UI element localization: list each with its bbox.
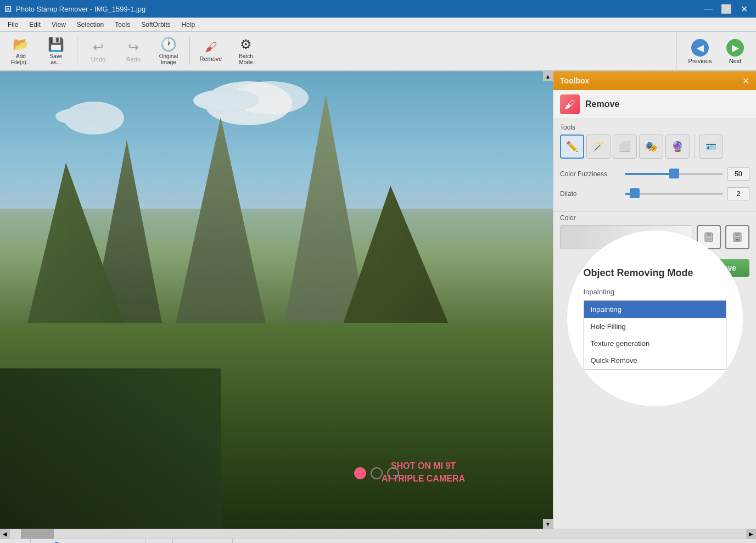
maximize-button[interactable]: ⬜ (719, 1, 734, 16)
circle-empty-1 (371, 467, 383, 479)
magic-wand-tool-button[interactable]: 🪄 (586, 135, 611, 159)
load-icon (732, 232, 743, 243)
menu-softorbits[interactable]: SoftOrbits (136, 19, 176, 30)
save-as-label: Save as... (50, 53, 63, 65)
menu-tools[interactable]: Tools (109, 19, 136, 30)
close-button[interactable]: ✕ (736, 1, 752, 16)
scroll-down-button[interactable]: ▼ (543, 519, 553, 529)
color-fuzziness-fill (625, 173, 674, 175)
title-bar: 🖼 Photo Stamp Remover - IMG_1599-1.jpg —… (0, 0, 756, 18)
remove-icon-big: 🖌 (560, 94, 580, 114)
rect-select-tool-button[interactable]: ⬜ (613, 135, 637, 159)
menu-bar: File Edit View Selection Tools SoftOrbit… (0, 18, 756, 32)
fuzzy-select-tool-button[interactable]: 🎭 (639, 135, 663, 159)
stamp-tool-button[interactable]: 🪪 (699, 135, 723, 159)
dropdown-item-quick-remove[interactable]: Quick Remove (584, 352, 726, 369)
svg-rect-4 (735, 233, 740, 236)
color-fuzziness-track[interactable] (625, 173, 723, 175)
add-files-button[interactable]: 📂 Add File(s)... (4, 34, 37, 68)
menu-file[interactable]: File (2, 19, 24, 30)
scroll-left-button[interactable]: ◀ (0, 529, 10, 539)
batch-mode-icon: ⚙ (240, 37, 252, 52)
toolbox-remove-header: 🖌 Remove (553, 90, 756, 119)
horizontal-scrollbar: ◀ ▶ (0, 529, 756, 539)
svg-rect-2 (707, 238, 711, 240)
original-image-button[interactable]: 🕐 Original Image (152, 34, 185, 68)
previous-arrow-icon: ◀ (691, 39, 709, 57)
batch-mode-button[interactable]: ⚙ Batch Mode (229, 34, 262, 68)
original-image-label: Original Image (159, 53, 178, 65)
save-as-button[interactable]: 💾 Save as... (40, 34, 72, 68)
remove-icon: 🖌 (205, 40, 217, 54)
pointer-tool-button[interactable]: 🔮 (665, 135, 690, 159)
menu-edit[interactable]: Edit (24, 19, 46, 30)
zoom-display: 1:1 🔍 (4, 539, 31, 543)
scroll-track[interactable] (10, 529, 746, 539)
dropdown-item-texture-generation[interactable]: Texture generation (584, 335, 726, 352)
batch-mode-label: Batch Mode (239, 53, 253, 65)
redo-icon: ↪ (128, 40, 139, 55)
load-color-button[interactable] (725, 225, 749, 249)
save-as-icon: 💾 (48, 37, 64, 52)
next-label: Next (729, 58, 742, 64)
tools-section-label: Tools (560, 124, 749, 131)
undo-label: Undo (91, 56, 105, 63)
remove-icon-glyph: 🖌 (564, 98, 575, 111)
undo-button[interactable]: ↩ Undo (82, 34, 115, 68)
toolbar-sep-1 (77, 37, 77, 65)
scroll-right-button[interactable]: ▶ (746, 529, 756, 539)
add-files-icon: 📂 (13, 37, 29, 52)
next-button[interactable]: ▶ Next (719, 35, 752, 69)
format-display: JPG (152, 539, 173, 543)
scroll-thumb[interactable] (21, 529, 54, 539)
toolbox-header: Toolbox ✕ (553, 71, 756, 90)
color-section-label: Color (560, 214, 749, 222)
cloud-2 (55, 108, 99, 125)
toolbox-panel: Toolbox ✕ 🖌 Remove Tools ✏️ 🪄 ⬜ 🎭 🔮 🪪 (553, 71, 756, 529)
add-files-label: Add File(s)... (11, 53, 31, 65)
toolbox-remove-title: Remove (585, 99, 619, 109)
original-image-icon: 🕐 (160, 37, 177, 52)
dilate-label: Dilate (560, 190, 620, 198)
color-fuzziness-thumb[interactable] (669, 169, 679, 178)
color-fuzziness-row: Color Fuzziness 50 (560, 167, 749, 181)
redo-label: Redo (126, 56, 141, 63)
color-fuzziness-value[interactable]: 50 (727, 167, 749, 181)
previous-button[interactable]: ◀ Previous (684, 35, 716, 69)
tools-section: Tools ✏️ 🪄 ⬜ 🎭 🔮 🪪 (553, 119, 756, 163)
dimensions-display: (4032x3024x24) (180, 539, 233, 543)
menu-help[interactable]: Help (176, 19, 201, 30)
dropdown-item-hole-filling[interactable]: Hole Filling (584, 318, 726, 335)
previous-label: Previous (688, 58, 712, 64)
canvas-area[interactable]: SHOT ON MI 9T AI TRIPLE CAMERA ▲ ▼ (0, 71, 553, 529)
save-icon (703, 232, 714, 243)
dilate-track[interactable] (625, 193, 723, 195)
remove-button[interactable]: 🖌 Remove (194, 34, 227, 68)
dilate-row: Dilate 2 (560, 187, 749, 200)
minimize-button[interactable]: — (701, 1, 716, 16)
sliders-section: Color Fuzziness 50 Dilate 2 (553, 163, 756, 211)
dilate-thumb[interactable] (630, 188, 640, 198)
tool-separator (694, 135, 695, 159)
pencil-tool-button[interactable]: ✏️ (560, 135, 584, 159)
menu-selection[interactable]: Selection (71, 19, 109, 30)
circle-filled (354, 467, 366, 479)
dilate-value[interactable]: 2 (727, 187, 749, 200)
undo-icon: ↩ (93, 40, 104, 55)
nav-prev-next: ◀ Previous ▶ Next (676, 32, 752, 71)
dropdown-current-label: Inpainting (584, 288, 614, 296)
toolbar: 📂 Add File(s)... 💾 Save as... ↩ Undo ↪ R… (0, 32, 756, 71)
redo-button[interactable]: ↪ Redo (117, 34, 150, 68)
scroll-up-button[interactable]: ▲ (543, 71, 553, 81)
menu-view[interactable]: View (46, 19, 71, 30)
dropdown-title: Object Removing Mode (584, 267, 693, 279)
app-title: Photo Stamp Remover - IMG_1599-1.jpg (16, 5, 145, 13)
dropdown-overlay: Object Removing Mode Inpainting Inpainti… (567, 231, 743, 406)
toolbox-close-button[interactable]: ✕ (742, 76, 749, 86)
time-display: Time (s): 0.2 (102, 539, 145, 543)
dropdown-item-inpainting[interactable]: Inpainting (584, 301, 726, 318)
app-icon: 🖼 (4, 5, 12, 13)
status-bar: 1:1 🔍 - + Time (s): 0.2 JPG (4032x3024x2… (0, 539, 756, 543)
toolbar-sep-2 (189, 37, 190, 65)
svg-rect-1 (707, 233, 711, 236)
